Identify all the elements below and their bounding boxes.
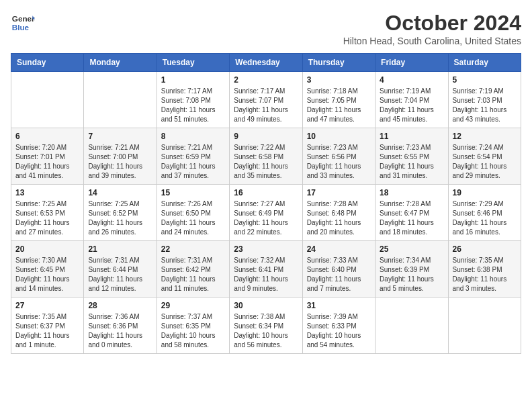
day-number: 2 [234,75,298,85]
day-number: 24 [307,244,371,254]
day-number: 17 [307,188,371,197]
day-detail: Sunrise: 7:23 AMSunset: 6:56 PMDaylight:… [307,144,361,179]
day-detail: Sunrise: 7:31 AMSunset: 6:42 PMDaylight:… [161,257,216,292]
logo-icon: General Blue [11,11,35,35]
calendar-cell: 3 Sunrise: 7:18 AMSunset: 7:05 PMDayligh… [302,72,375,128]
calendar-cell: 1 Sunrise: 7:17 AMSunset: 7:08 PMDayligh… [157,72,229,128]
day-number: 10 [307,132,371,141]
day-number: 21 [88,244,152,254]
day-number: 22 [161,244,225,254]
day-detail: Sunrise: 7:25 AMSunset: 6:53 PMDaylight:… [15,200,70,236]
day-detail: Sunrise: 7:36 AMSunset: 6:36 PMDaylight:… [88,313,142,349]
day-number: 6 [15,132,79,141]
calendar-cell [11,72,84,128]
day-number: 23 [234,244,298,254]
calendar-week-5: 27 Sunrise: 7:35 AMSunset: 6:37 PMDaylig… [11,298,521,354]
calendar-cell: 6 Sunrise: 7:20 AMSunset: 7:01 PMDayligh… [11,128,84,185]
day-detail: Sunrise: 7:37 AMSunset: 6:35 PMDaylight:… [161,313,216,349]
calendar-week-2: 6 Sunrise: 7:20 AMSunset: 7:01 PMDayligh… [11,128,521,185]
day-detail: Sunrise: 7:22 AMSunset: 6:58 PMDaylight:… [234,144,288,179]
location: Hilton Head, South Carolina, United Stat… [343,36,521,46]
day-detail: Sunrise: 7:20 AMSunset: 7:01 PMDaylight:… [15,144,70,179]
day-detail: Sunrise: 7:19 AMSunset: 7:04 PMDaylight:… [380,87,434,123]
day-number: 31 [307,301,371,310]
day-number: 1 [161,75,225,85]
calendar-cell: 29 Sunrise: 7:37 AMSunset: 6:35 PMDaylig… [157,298,229,354]
calendar-cell: 30 Sunrise: 7:38 AMSunset: 6:34 PMDaylig… [230,298,302,354]
day-detail: Sunrise: 7:28 AMSunset: 6:48 PMDaylight:… [307,200,361,236]
calendar-cell: 7 Sunrise: 7:21 AMSunset: 7:00 PMDayligh… [84,128,157,185]
svg-text:Blue: Blue [12,23,30,32]
day-detail: Sunrise: 7:35 AMSunset: 6:38 PMDaylight:… [453,257,507,292]
day-number: 14 [88,188,152,197]
day-detail: Sunrise: 7:31 AMSunset: 6:44 PMDaylight:… [88,257,142,292]
calendar-cell: 11 Sunrise: 7:23 AMSunset: 6:55 PMDaylig… [375,128,448,185]
day-number: 7 [88,132,152,141]
day-number: 11 [380,132,443,141]
calendar-cell: 23 Sunrise: 7:32 AMSunset: 6:41 PMDaylig… [230,241,302,298]
calendar-cell: 28 Sunrise: 7:36 AMSunset: 6:36 PMDaylig… [84,298,157,354]
calendar-cell: 20 Sunrise: 7:30 AMSunset: 6:45 PMDaylig… [11,241,84,298]
calendar-cell: 27 Sunrise: 7:35 AMSunset: 6:37 PMDaylig… [11,298,84,354]
calendar-cell: 22 Sunrise: 7:31 AMSunset: 6:42 PMDaylig… [157,241,229,298]
calendar-cell: 31 Sunrise: 7:39 AMSunset: 6:33 PMDaylig… [302,298,375,354]
day-number: 16 [234,188,298,197]
weekday-header-friday: Friday [375,54,448,72]
weekday-header-tuesday: Tuesday [157,54,229,72]
day-detail: Sunrise: 7:27 AMSunset: 6:49 PMDaylight:… [234,200,288,236]
day-detail: Sunrise: 7:33 AMSunset: 6:40 PMDaylight:… [307,257,361,292]
calendar-cell: 15 Sunrise: 7:26 AMSunset: 6:50 PMDaylig… [157,185,229,241]
calendar-cell [375,298,448,354]
calendar-body: 1 Sunrise: 7:17 AMSunset: 7:08 PMDayligh… [11,72,521,354]
calendar-cell: 8 Sunrise: 7:21 AMSunset: 6:59 PMDayligh… [157,128,229,185]
day-detail: Sunrise: 7:17 AMSunset: 7:07 PMDaylight:… [234,87,288,123]
day-number: 4 [380,75,443,85]
weekday-row: SundayMondayTuesdayWednesdayThursdayFrid… [11,54,521,72]
day-detail: Sunrise: 7:35 AMSunset: 6:37 PMDaylight:… [15,313,70,349]
day-number: 8 [161,132,225,141]
svg-text:General: General [12,14,35,23]
day-detail: Sunrise: 7:39 AMSunset: 6:33 PMDaylight:… [307,313,361,349]
calendar-header: SundayMondayTuesdayWednesdayThursdayFrid… [11,54,521,72]
calendar-week-1: 1 Sunrise: 7:17 AMSunset: 7:08 PMDayligh… [11,72,521,128]
calendar-cell: 4 Sunrise: 7:19 AMSunset: 7:04 PMDayligh… [375,72,448,128]
logo: General Blue [11,11,35,35]
weekday-header-thursday: Thursday [302,54,375,72]
page-header: General Blue October 2024 Hilton Head, S… [11,11,521,46]
day-number: 26 [453,244,517,254]
day-number: 20 [15,244,79,254]
calendar-week-4: 20 Sunrise: 7:30 AMSunset: 6:45 PMDaylig… [11,241,521,298]
calendar-table: SundayMondayTuesdayWednesdayThursdayFrid… [11,53,521,354]
day-number: 18 [380,188,443,197]
day-detail: Sunrise: 7:19 AMSunset: 7:03 PMDaylight:… [453,87,507,123]
title-area: October 2024 Hilton Head, South Carolina… [343,11,521,46]
day-number: 28 [88,301,152,310]
calendar-cell: 25 Sunrise: 7:34 AMSunset: 6:39 PMDaylig… [375,241,448,298]
day-number: 3 [307,75,371,85]
day-detail: Sunrise: 7:38 AMSunset: 6:34 PMDaylight:… [234,313,288,349]
day-detail: Sunrise: 7:21 AMSunset: 6:59 PMDaylight:… [161,144,216,179]
day-number: 15 [161,188,225,197]
calendar-cell: 24 Sunrise: 7:33 AMSunset: 6:40 PMDaylig… [302,241,375,298]
day-detail: Sunrise: 7:23 AMSunset: 6:55 PMDaylight:… [380,144,434,179]
day-detail: Sunrise: 7:26 AMSunset: 6:50 PMDaylight:… [161,200,216,236]
calendar-cell: 26 Sunrise: 7:35 AMSunset: 6:38 PMDaylig… [448,241,521,298]
calendar-cell: 12 Sunrise: 7:24 AMSunset: 6:54 PMDaylig… [448,128,521,185]
day-detail: Sunrise: 7:24 AMSunset: 6:54 PMDaylight:… [453,144,507,179]
calendar-cell [448,298,521,354]
day-detail: Sunrise: 7:30 AMSunset: 6:45 PMDaylight:… [15,257,70,292]
weekday-header-monday: Monday [84,54,157,72]
calendar-cell: 9 Sunrise: 7:22 AMSunset: 6:58 PMDayligh… [230,128,302,185]
day-detail: Sunrise: 7:28 AMSunset: 6:47 PMDaylight:… [380,200,434,236]
calendar-cell: 17 Sunrise: 7:28 AMSunset: 6:48 PMDaylig… [302,185,375,241]
calendar-cell: 19 Sunrise: 7:29 AMSunset: 6:46 PMDaylig… [448,185,521,241]
day-number: 9 [234,132,298,141]
day-number: 25 [380,244,443,254]
day-number: 30 [234,301,298,310]
calendar-cell: 14 Sunrise: 7:25 AMSunset: 6:52 PMDaylig… [84,185,157,241]
day-number: 5 [453,75,517,85]
calendar-cell: 10 Sunrise: 7:23 AMSunset: 6:56 PMDaylig… [302,128,375,185]
calendar-cell: 18 Sunrise: 7:28 AMSunset: 6:47 PMDaylig… [375,185,448,241]
day-number: 29 [161,301,225,310]
day-detail: Sunrise: 7:29 AMSunset: 6:46 PMDaylight:… [453,200,507,236]
